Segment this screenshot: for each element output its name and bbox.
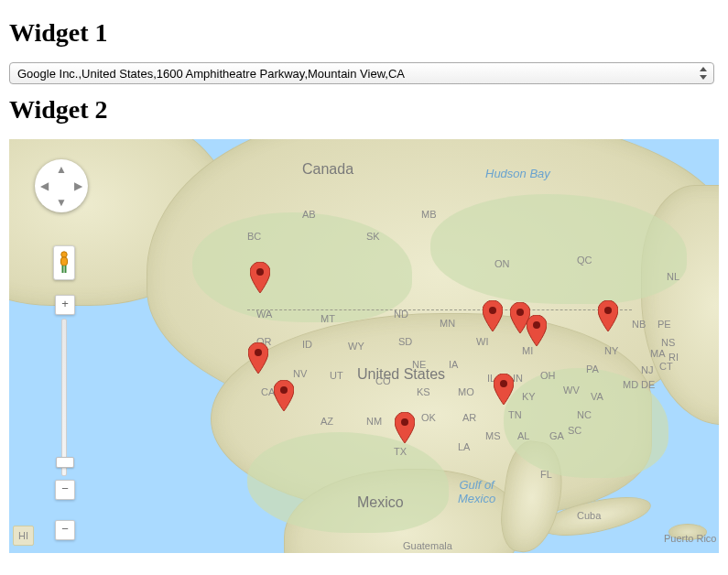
province-qc: QC (577, 255, 592, 266)
svg-point-6 (500, 380, 507, 387)
zoom-thumb[interactable] (56, 457, 74, 468)
pan-left-icon[interactable]: ◀ (40, 180, 49, 191)
state-fl: FL (540, 469, 552, 480)
province-nl: NL (667, 271, 679, 282)
state-ar: AR (462, 412, 476, 423)
state-ks: KS (417, 386, 430, 397)
svg-rect-12 (61, 257, 68, 266)
state-mn: MN (440, 318, 455, 329)
svg-point-9 (533, 321, 540, 329)
label-usa: United States (357, 366, 445, 383)
state-wi: WI (476, 336, 488, 347)
label-canada: Canada (302, 161, 353, 178)
svg-point-8 (516, 309, 524, 316)
marker-wa[interactable] (250, 262, 270, 293)
state-ok: OK (421, 412, 436, 423)
state-oh: OH (540, 370, 556, 381)
pan-up-icon[interactable]: ▲ (56, 164, 67, 175)
province-pe: PE (657, 319, 671, 330)
province-mb: MB (421, 209, 437, 220)
state-tx: TX (394, 446, 407, 457)
state-nd: ND (394, 309, 408, 320)
widget1-title: Widget 1 (9, 18, 719, 48)
state-mo: MO (458, 386, 474, 397)
state-id: ID (302, 339, 312, 350)
marker-ca-south[interactable] (274, 380, 294, 411)
state-nc: NC (577, 409, 592, 420)
state-ia: IA (449, 359, 458, 370)
state-co: CO (375, 375, 391, 386)
tile-hawaii: HI (13, 526, 34, 546)
marker-tn[interactable] (494, 374, 514, 405)
state-de: DE (641, 379, 655, 390)
marker-tx[interactable] (395, 412, 415, 443)
state-az: AZ (321, 416, 333, 427)
label-gulf: Gulf ofMexico (458, 478, 495, 505)
state-la: LA (458, 441, 470, 452)
state-sc: SC (568, 425, 581, 436)
svg-rect-14 (65, 266, 67, 273)
state-ma: MA (650, 348, 666, 359)
state-ms: MS (485, 430, 501, 441)
province-sk: SK (366, 231, 380, 242)
svg-rect-13 (62, 266, 64, 273)
label-hudson: Hudson Bay (485, 167, 550, 180)
province-ab: AB (302, 209, 316, 220)
province-bc: BC (247, 231, 261, 242)
state-ga: GA (549, 430, 564, 441)
state-ky: KY (522, 391, 536, 402)
state-sd: SD (398, 336, 412, 347)
state-tn: TN (508, 409, 522, 420)
label-mexico: Mexico (357, 494, 404, 511)
marker-ny[interactable] (598, 300, 618, 331)
state-nj: NJ (641, 364, 653, 375)
pan-right-icon[interactable]: ▶ (74, 180, 82, 191)
svg-point-7 (489, 307, 496, 314)
zoom-control: + − − (55, 295, 73, 540)
marker-wi[interactable] (483, 300, 503, 331)
marker-mi-2[interactable] (527, 315, 547, 346)
state-ny: NY (604, 345, 618, 356)
state-ri: RI (668, 352, 679, 363)
svg-point-4 (280, 386, 288, 394)
svg-point-11 (61, 252, 67, 257)
state-nm: NM (366, 416, 382, 427)
state-wa: WA (256, 309, 272, 320)
state-ne: NE (412, 359, 426, 370)
zoom-in-button[interactable]: + (55, 295, 75, 315)
label-cuba: Cuba (577, 510, 601, 521)
marker-ca-north[interactable] (248, 342, 268, 374)
state-ca: CA (261, 386, 275, 397)
pan-control[interactable]: ▲ ▼ ◀ ▶ (35, 159, 88, 212)
label-pr: Puerto Rico (664, 533, 716, 544)
svg-point-10 (604, 307, 612, 314)
state-pa: PA (586, 363, 599, 374)
svg-marker-0 (700, 67, 707, 71)
province-on: ON (494, 258, 510, 269)
select-caret-icon (699, 66, 708, 81)
state-md: MD (623, 379, 638, 390)
zoom-slider[interactable] (61, 319, 67, 476)
svg-marker-1 (700, 75, 707, 80)
zoom-world-button[interactable]: − (55, 520, 75, 540)
state-al: AL (517, 430, 529, 441)
pegman-icon[interactable] (53, 245, 75, 280)
location-select-value: Google Inc.,United States,1600 Amphithea… (17, 67, 405, 81)
state-wy: WY (348, 341, 364, 352)
location-select[interactable]: Google Inc.,United States,1600 Amphithea… (9, 62, 714, 84)
state-in: IN (513, 373, 523, 384)
svg-point-2 (256, 268, 264, 276)
state-mi: MI (522, 345, 533, 356)
state-wv: WV (563, 385, 580, 396)
state-ut: UT (330, 370, 343, 381)
state-nv: NV (293, 368, 307, 379)
province-ns: NS (661, 337, 675, 348)
state-mt: MT (321, 313, 335, 324)
svg-point-5 (401, 418, 408, 426)
label-guat: Guatemala (403, 540, 452, 551)
pan-down-icon[interactable]: ▼ (56, 197, 67, 208)
svg-point-3 (255, 349, 262, 356)
province-nb: NB (632, 319, 646, 330)
zoom-out-button[interactable]: − (55, 480, 75, 500)
map[interactable]: Canada Hudson Bay United States Mexico G… (9, 139, 719, 553)
